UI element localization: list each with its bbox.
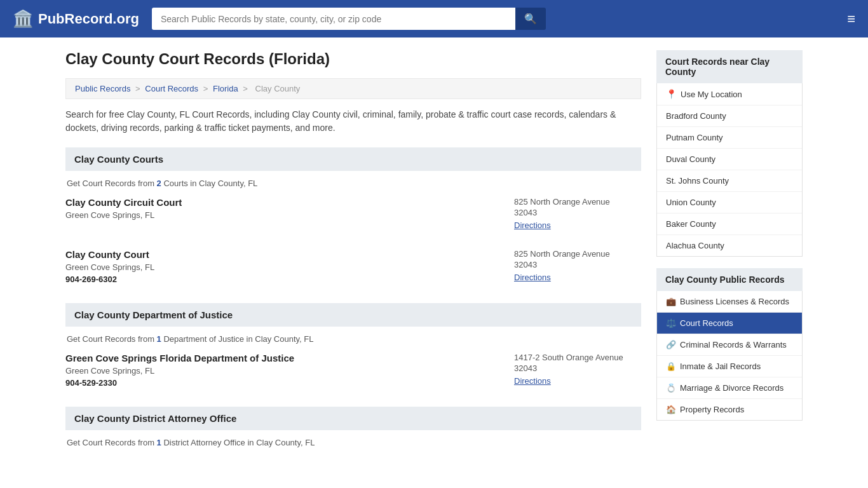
sidebar-item-alachua[interactable]: Alachua County	[657, 235, 802, 256]
sidebar-item-bradford[interactable]: Bradford County	[657, 105, 802, 127]
page-description: Search for free Clay County, FL Court Re…	[65, 108, 641, 135]
sidebar-item-criminal-records[interactable]: 🔗 Criminal Records & Warrants	[657, 334, 802, 356]
sidebar-item-court-records[interactable]: ⚖️ Court Records	[657, 313, 802, 334]
sidebar-item-union[interactable]: Union County	[657, 192, 802, 214]
sidebar-item-putnam[interactable]: Putnam County	[657, 127, 802, 149]
sidebar-item-label: Marriage & Divorce Records	[680, 383, 783, 393]
record-zip: 32043	[514, 260, 641, 269]
sidebar-item-label: Criminal Records & Warrants	[680, 340, 787, 349]
sidebar-item-duval[interactable]: Duval County	[657, 149, 802, 170]
sidebar-item-inmate-records[interactable]: 🔒 Inmate & Jail Records	[657, 356, 802, 377]
record-name[interactable]: Green Cove Springs Florida Department of…	[65, 353, 294, 363]
property-icon: 🏠	[666, 405, 676, 414]
breadcrumb-florida[interactable]: Florida	[213, 84, 238, 93]
search-input[interactable]	[152, 8, 515, 30]
criminal-icon: 🔗	[666, 340, 676, 349]
sidebar-public-records-list: 💼 Business Licenses & Records ⚖️ Court R…	[656, 291, 803, 421]
record-entry: Clay County Court Green Cove Springs, FL…	[65, 249, 641, 289]
record-street: 825 North Orange Avenue	[514, 249, 641, 259]
record-phone: 904-529-2330	[65, 378, 294, 388]
sidebar-item-label: Property Records	[680, 405, 744, 414]
sidebar-item-marriage-records[interactable]: 💍 Marriage & Divorce Records	[657, 377, 802, 399]
marriage-icon: 💍	[666, 383, 676, 393]
section-desc-courts: Get Court Records from 2 Courts in Clay …	[65, 179, 641, 188]
logo-icon: 🏛️	[13, 9, 33, 29]
sidebar-county-link[interactable]: Bradford County	[666, 111, 726, 121]
sidebar-county-link[interactable]: Baker County	[666, 219, 716, 229]
directions-link[interactable]: Directions	[514, 273, 551, 282]
record-name[interactable]: Clay County Court	[65, 249, 154, 260]
sidebar-nearby-title: Court Records near Clay County	[656, 50, 803, 83]
record-city-state: Green Cove Springs, FL	[65, 210, 182, 220]
record-street: 1417-2 South Orange Avenue	[514, 353, 641, 362]
sidebar-item-stjohns[interactable]: St. Johns County	[657, 170, 802, 192]
sidebar-county-link[interactable]: Alachua County	[666, 241, 724, 250]
section-header-courts: Clay County Courts	[65, 147, 641, 171]
record-entry: Clay County Circuit Court Green Cove Spr…	[65, 197, 641, 235]
search-bar: 🔍	[152, 8, 546, 30]
sidebar-item-use-my-location[interactable]: 📍 Use My Location	[657, 83, 802, 105]
section-header-doj: Clay County Department of Justice	[65, 303, 641, 327]
directions-link[interactable]: Directions	[514, 376, 551, 386]
search-icon: 🔍	[524, 13, 537, 24]
sidebar-item-property-records[interactable]: 🏠 Property Records	[657, 399, 802, 420]
breadcrumb: Public Records > Court Records > Florida…	[65, 78, 641, 99]
sidebar-county-link[interactable]: Putnam County	[666, 133, 723, 142]
breadcrumb-clay-county: Clay County	[255, 84, 301, 93]
section-desc-da: Get Court Records from 1 District Attorn…	[65, 438, 641, 447]
record-entry: Green Cove Springs Florida Department of…	[65, 353, 641, 393]
site-logo[interactable]: 🏛️ PubRecord.org	[13, 9, 139, 29]
sidebar: Court Records near Clay County 📍 Use My …	[656, 50, 803, 456]
sidebar-item-baker[interactable]: Baker County	[657, 214, 802, 235]
hamburger-icon: ≡	[847, 11, 855, 27]
court-icon: ⚖️	[666, 318, 676, 328]
record-phone: 904-269-6302	[65, 274, 154, 284]
search-button[interactable]: 🔍	[515, 8, 546, 30]
inmate-icon: 🔒	[666, 362, 676, 371]
sidebar-item-business-licenses[interactable]: 💼 Business Licenses & Records	[657, 291, 802, 313]
record-street: 825 North Orange Avenue	[514, 197, 641, 207]
sidebar-county-link[interactable]: St. Johns County	[666, 176, 729, 186]
sidebar-item-label: Court Records	[680, 318, 733, 328]
page-title: Clay County Court Records (Florida)	[65, 50, 641, 68]
sidebar-item-label: Inmate & Jail Records	[680, 362, 761, 371]
business-icon: 💼	[666, 297, 676, 306]
sidebar-county-link[interactable]: Union County	[666, 198, 716, 207]
section-desc-doj: Get Court Records from 1 Department of J…	[65, 334, 641, 344]
record-city-state: Green Cove Springs, FL	[65, 262, 154, 272]
record-name[interactable]: Clay County Circuit Court	[65, 197, 182, 208]
breadcrumb-public-records[interactable]: Public Records	[75, 84, 130, 93]
sidebar-county-link[interactable]: Duval County	[666, 154, 715, 164]
record-zip: 32043	[514, 363, 641, 373]
main-content: Clay County Court Records (Florida) Publ…	[65, 50, 641, 456]
sidebar-item-label: Use My Location	[681, 90, 742, 99]
section-header-da: Clay County District Attorney Office	[65, 407, 641, 430]
sidebar-public-records-title: Clay County Public Records	[656, 268, 803, 291]
record-zip: 32043	[514, 208, 641, 217]
directions-link[interactable]: Directions	[514, 220, 551, 230]
location-icon: 📍	[666, 89, 677, 99]
sidebar-item-label: Business Licenses & Records	[680, 297, 789, 306]
breadcrumb-court-records[interactable]: Court Records	[145, 84, 198, 93]
sidebar-nearby-list: 📍 Use My Location Bradford County Putnam…	[656, 83, 803, 257]
logo-text: PubRecord.org	[38, 11, 139, 27]
record-city-state: Green Cove Springs, FL	[65, 366, 294, 376]
menu-button[interactable]: ≡	[847, 12, 855, 26]
